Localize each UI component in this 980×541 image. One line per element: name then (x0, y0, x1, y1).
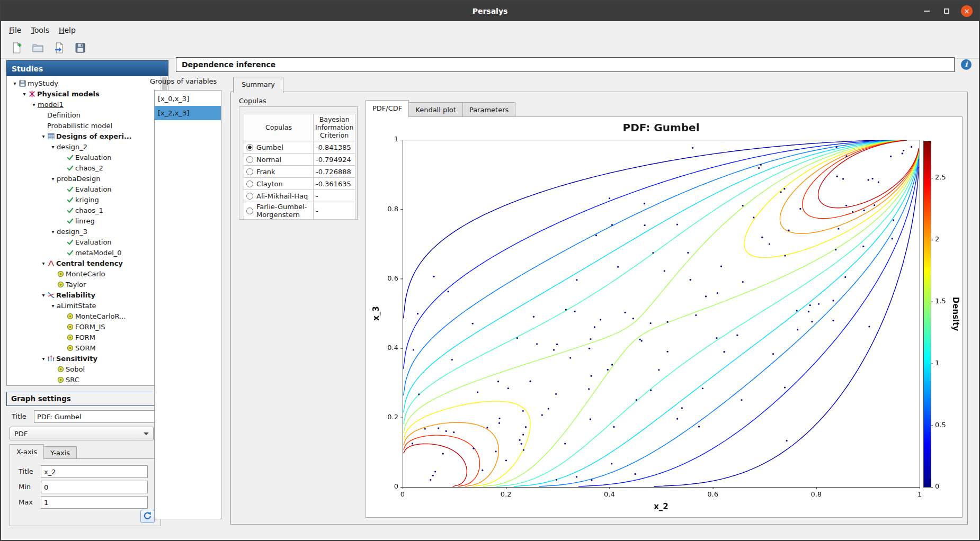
import-script-button[interactable] (51, 41, 67, 57)
tree-item-taylor[interactable]: Taylor (7, 279, 160, 290)
reliability-icon (47, 291, 56, 299)
copula-name: Clayton (256, 180, 283, 188)
tree-item-definition[interactable]: Definition (7, 110, 160, 120)
expand-arrow[interactable]: ▾ (30, 102, 38, 107)
tree-item-label: Central tendency (56, 259, 123, 267)
tab-kendall-plot[interactable]: Kendall plot (409, 102, 463, 117)
expand-arrow[interactable]: ▾ (40, 356, 47, 362)
tab-y-axis[interactable]: Y-axis (44, 446, 77, 459)
menu-help[interactable]: Help (54, 23, 81, 37)
tree-item-design-3[interactable]: ▾design_3 (7, 226, 160, 237)
copula-name: Farlie-Gumbel-Morgenstern (256, 203, 311, 219)
tree-item-label: design_3 (57, 228, 87, 236)
copula-bic-value: - (314, 202, 355, 220)
expand-arrow[interactable]: ▾ (11, 80, 19, 86)
tree-item-label: SORM (75, 344, 96, 352)
expand-arrow[interactable]: ▾ (40, 292, 47, 298)
copula-radio-frank[interactable] (246, 168, 253, 175)
menu-file[interactable]: File (4, 23, 26, 37)
group-item-x-0-x-3[interactable]: [x_0,x_3] (155, 92, 221, 106)
sensitivity-icon (47, 355, 56, 363)
copula-radio-normal[interactable] (246, 156, 253, 163)
tree-item-metamodel-0[interactable]: metaModel_0 (7, 247, 160, 258)
expand-arrow[interactable]: ▾ (21, 91, 28, 97)
tree-item-label: SRC (66, 376, 79, 384)
tree-item-probabilistic-model[interactable]: Probabilistic model (7, 120, 160, 131)
copula-radio-clayton[interactable] (246, 181, 253, 187)
tree-item-linreg[interactable]: linreg (7, 215, 160, 226)
tree-item-src[interactable]: SRC (7, 374, 160, 385)
tab-x-axis[interactable]: X-axis (10, 444, 44, 459)
expand-arrow[interactable]: ▾ (40, 133, 47, 139)
tree-item-sensitivity[interactable]: ▾Sensitivity (7, 353, 160, 364)
tree-item-mystudy[interactable]: ▾myStudy (7, 78, 160, 88)
expand-arrow[interactable]: ▾ (49, 229, 57, 235)
new-study-button[interactable] (8, 41, 24, 57)
tree-item-design-2[interactable]: ▾design_2 (7, 141, 160, 152)
tree-item-kriging[interactable]: kriging (7, 194, 160, 205)
tree-item-montecarlo[interactable]: MonteCarlo (7, 268, 160, 279)
expand-arrow[interactable]: ▾ (49, 176, 57, 182)
tree-item-sobol[interactable]: Sobol (7, 364, 160, 374)
copula-radio-farlie-gumbel-morgenstern[interactable] (246, 208, 253, 214)
menu-tools[interactable]: Tools (26, 23, 54, 37)
tab-pdf-cdf[interactable]: PDF/CDF (366, 100, 409, 117)
tree-item-model1[interactable]: ▾model1 (7, 99, 160, 110)
tree-item-label: chaos_2 (75, 164, 103, 172)
tree-item-label: kriging (75, 196, 99, 204)
tree-item-form[interactable]: FORM (7, 332, 160, 342)
tree-item-evaluation[interactable]: Evaluation (7, 152, 160, 163)
open-study-button[interactable] (30, 41, 46, 57)
tree-item-label: probaDesign (57, 175, 100, 183)
info-button[interactable]: i (961, 59, 972, 70)
axis-max-label: Max (19, 498, 33, 506)
tree-item-probadesign[interactable]: ▾probaDesign (7, 173, 160, 184)
window-controls: × (921, 1, 973, 21)
copula-name: Ali-Mikhail-Haq (256, 192, 308, 200)
analysis-icon (57, 281, 66, 288)
analysis-icon (66, 312, 75, 320)
tree-item-montecarlor[interactable]: MonteCarloR... (7, 311, 160, 321)
tree-item-label: aLimitState (57, 302, 96, 310)
expand-arrow[interactable]: ▾ (49, 144, 57, 150)
tree-item-sorm[interactable]: SORM (7, 342, 160, 353)
copula-bic-value: -0.841385 (314, 141, 355, 154)
copula-radio-ali-mikhail-haq[interactable] (246, 193, 253, 200)
tab-summary[interactable]: Summary (233, 77, 283, 93)
copulas-column-header: Copulas (244, 114, 314, 141)
plot-title-input[interactable] (34, 410, 160, 423)
tab-parameters[interactable]: Parameters (463, 102, 515, 117)
copula-radio-gumbel[interactable] (246, 144, 253, 151)
axis-max-input[interactable] (41, 496, 148, 509)
graph-settings-header: Graph settings (6, 392, 168, 406)
axis-title-input[interactable] (41, 465, 148, 478)
tree-item-physical-models[interactable]: ▾Physical models (7, 88, 160, 99)
refresh-icon (143, 511, 152, 522)
plot-type-dropdown[interactable]: PDF (10, 427, 154, 440)
studies-tree: ▾myStudy▾Physical models▾model1Definitio… (7, 78, 160, 385)
group-item-x-2-x-3[interactable]: [x_2,x_3] (155, 106, 221, 120)
expand-arrow[interactable]: ▾ (40, 260, 47, 266)
tree-item-form-is[interactable]: FORM_IS (7, 321, 160, 332)
tree-item-chaos-2[interactable]: chaos_2 (7, 163, 160, 173)
tree-item-evaluation[interactable]: Evaluation (7, 237, 160, 247)
summary-pane: Copulas Copulas Bayesian Information Cri… (230, 92, 968, 525)
check-icon (66, 164, 75, 172)
tree-item-alimitstate[interactable]: ▾aLimitState (7, 300, 160, 311)
titlebar[interactable]: Persalys × (1, 1, 979, 21)
copula-row-normal: Normal-0.794924 (244, 154, 355, 166)
copula-name: Normal (256, 156, 281, 164)
tree-item-reliability[interactable]: ▾Reliability (7, 290, 160, 300)
tree-item-evaluation[interactable]: Evaluation (7, 184, 160, 194)
close-button[interactable]: × (961, 5, 973, 17)
axis-min-input[interactable] (41, 481, 148, 493)
expand-arrow[interactable]: ▾ (49, 303, 57, 309)
refresh-plot-button[interactable] (140, 510, 155, 523)
save-button[interactable] (72, 41, 88, 57)
tree-item-central-tendency[interactable]: ▾Central tendency (7, 258, 160, 268)
tree-item-designs-of-experi[interactable]: ▾Designs of experi... (7, 131, 160, 141)
copula-bic-value: -0.794924 (314, 154, 355, 166)
minimize-button[interactable] (921, 5, 932, 17)
restore-button[interactable] (941, 5, 952, 17)
tree-item-chaos-1[interactable]: chaos_1 (7, 205, 160, 215)
